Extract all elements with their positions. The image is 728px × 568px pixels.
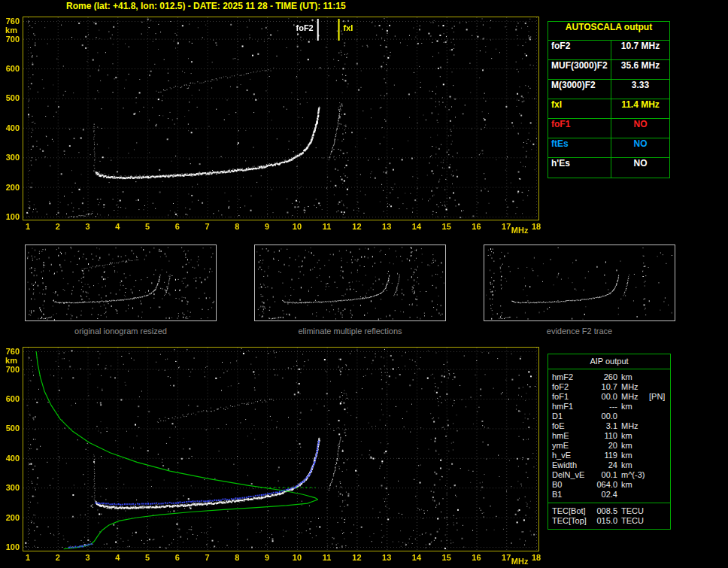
aip-param-value: 00.0 [590,412,617,421]
autoscala-param-value: 3.33 [611,80,669,99]
aip-param-unit: km [617,372,649,382]
thumbnail-f2-trace-evidence [484,245,675,321]
aip-param-value: 064.0 [590,480,617,490]
aip-param-unit: km [617,431,649,441]
aip-param-value: 10.7 [590,382,617,392]
tec-unit: TECU [617,506,649,516]
autoscala-header: AUTOSCALA output [548,22,669,41]
aip-param-value: 00.1 [590,470,617,480]
aip-row: h_vE 119 km [548,451,670,460]
aip-row: foF2 10.7 MHz [548,382,670,392]
aip-param-extra [649,431,670,441]
tec-value: 015.0 [590,516,617,526]
autoscala-rows: foF2 10.7 MHz MUF(3000)F2 35.6 MHz M(300… [548,41,669,178]
aip-param-unit: km [617,480,649,490]
aip-param-label: DelN_vE [548,470,590,480]
autoscala-param-label: foF2 [548,41,611,59]
aip-param-label: foE [548,421,590,431]
aip-row: Ewidth 24 km [548,460,670,470]
aip-param-value: 260 [590,372,617,382]
aip-param-value: 3.1 [590,421,617,431]
aip-param-unit [617,412,649,421]
aip-param-unit: km [617,451,649,460]
aip-param-extra [649,451,670,460]
aip-param-value: 110 [590,431,617,441]
autoscala-param-value: NO [611,138,669,157]
aip-param-extra [649,421,670,431]
aip-param-value: 119 [590,451,617,460]
autoscala-param-value: 35.6 MHz [611,60,669,79]
aip-separator [548,503,670,503]
autoscala-param-value: 11.4 MHz [611,99,669,118]
autoscala-param-label: ftEs [548,138,611,157]
aip-param-extra [649,441,670,451]
tec-unit: TECU [617,516,649,526]
autoscala-param-label: MUF(3000)F2 [548,60,611,79]
aip-param-value: 00.0 [590,392,617,402]
aip-param-extra [649,382,670,392]
autoscala-param-label: M(3000)F2 [548,80,611,99]
bottom-ionogram-profile-canvas [0,342,549,568]
tec-label: TEC[Bot] [548,506,590,516]
aip-param-label: h_vE [548,451,590,460]
tec-row: TEC[Top] 015.0 TECU [548,516,670,526]
autoscala-param-label: foF1 [548,119,611,138]
aip-row: B0 064.0 km [548,480,670,490]
autoscala-row: M(3000)F2 3.33 [548,80,669,99]
aip-param-value: --- [590,402,617,412]
top-ionogram-canvas [0,11,549,236]
aip-row: D1 00.0 [548,412,670,421]
thumbnail-multiple-reflections-removed [254,245,446,321]
tec-row: TEC[Bot] 008.5 TECU [548,506,670,516]
aip-param-unit [617,490,649,500]
autoscala-param-label: h'Es [548,158,611,178]
aip-row: foF1 00.0 MHz [PN] [548,392,670,402]
aip-row: DelN_vE 00.1 m^(-3) [548,470,670,480]
aip-param-label: hmE [548,431,590,441]
aip-param-value: 24 [590,460,617,470]
aip-panel: AIP output hmF2 260 km foF2 10.7 MHz foF… [548,354,671,530]
aip-param-unit: m^(-3) [617,470,649,480]
aip-rows: hmF2 260 km foF2 10.7 MHz foF1 00.0 MHz [548,372,670,500]
aip-param-value: 02.4 [590,490,617,500]
aip-param-unit: km [617,460,649,470]
aip-row: ymE 20 km [548,441,670,451]
autoscala-param-value: NO [611,158,669,178]
aip-param-extra [649,490,670,500]
autoscala-row: fxI 11.4 MHz [548,99,669,119]
aip-param-extra [649,480,670,490]
aip-row: hmF2 260 km [548,372,670,382]
aip-param-label: hmF2 [548,372,590,382]
thumbnail-original-ionogram [25,245,217,321]
aip-param-label: ymE [548,441,590,451]
tec-label: TEC[Top] [548,516,590,526]
aip-param-extra [649,470,670,480]
aip-param-label: hmF1 [548,402,590,412]
aip-param-extra [649,372,670,382]
autoscala-param-label: fxI [548,99,611,118]
aip-param-unit: MHz [617,421,649,431]
aip-param-extra [649,402,670,412]
aip-row: hmF1 --- km [548,402,670,412]
autoscala-row: ftEs NO [548,138,669,158]
aip-header: AIP output [548,354,670,369]
aip-param-unit: km [617,402,649,412]
autoscala-row: foF1 NO [548,119,669,138]
aip-param-value: 20 [590,441,617,451]
autoscala-param-value: 10.7 MHz [611,41,669,59]
autoscala-row: h'Es NO [548,158,669,178]
autoscala-panel: AUTOSCALA output foF2 10.7 MHz MUF(3000)… [548,21,670,178]
aip-param-extra [649,412,670,421]
tec-value: 008.5 [590,506,617,516]
aip-param-unit: MHz [617,382,649,392]
aip-row: B1 02.4 [548,490,670,500]
aip-tec-rows: TEC[Bot] 008.5 TECU TEC[Top] 015.0 TECU [548,506,670,526]
autoscala-row: foF2 10.7 MHz [548,41,669,60]
aip-param-label: foF2 [548,382,590,392]
thumbnail-caption: eliminate multiple reflections [254,327,446,336]
aip-param-label: B0 [548,480,590,490]
aip-param-unit: MHz [617,392,649,402]
aip-row: foE 3.1 MHz [548,421,670,431]
aip-row: hmE 110 km [548,431,670,441]
aip-param-extra [649,460,670,470]
